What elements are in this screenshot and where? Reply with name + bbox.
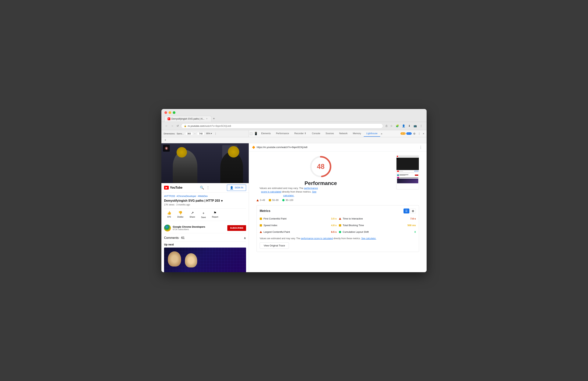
sign-in-button[interactable]: 👤 SIGN IN — [227, 185, 246, 191]
cast-button[interactable]: 📺 — [412, 124, 418, 128]
metrics-title: Metrics — [260, 209, 270, 213]
si-indicator — [260, 224, 262, 226]
close-window-button[interactable] — [165, 111, 167, 114]
tab-recorder[interactable]: Recorder 🎙 — [292, 131, 309, 137]
share-video-button[interactable]: ↗ Share — [186, 210, 198, 219]
device-more-button[interactable]: ⋮ — [213, 131, 218, 136]
tab-elements[interactable]: Elements — [259, 131, 273, 137]
tab-lighthouse[interactable]: Lighthouse — [364, 131, 380, 137]
tab-close-button[interactable]: × — [206, 117, 208, 120]
minimize-window-button[interactable] — [168, 111, 171, 114]
height-input[interactable] — [197, 132, 205, 135]
video-thumbnail: 🔇 — [161, 143, 249, 183]
tab-memory[interactable]: Memory — [350, 131, 364, 137]
score-legend: 0–49 50–89 90–100 — [256, 199, 385, 202]
devtools-icons: ⚠ 1 ☐ 1 ⚙ ⋮ × — [399, 130, 427, 137]
legend-average: 50–89 — [269, 199, 278, 202]
lighthouse-more-button[interactable]: ⋮ — [418, 145, 423, 150]
refresh-button[interactable]: ↺ — [176, 124, 180, 128]
browser-tab-active[interactable]: ▶ Demystifyingish SVG paths | H... × — [165, 116, 211, 122]
view-original-trace-button[interactable]: View Original Trace — [260, 243, 289, 249]
tab-console[interactable]: Console — [309, 131, 323, 137]
new-tab-row: + — [161, 137, 249, 143]
devtools-tabs: ⬚ 📱 Elements Performance Recorder 🎙 Cons… — [249, 130, 399, 137]
metrics-grid: First Contentful Paint 3.5 s Time to Int… — [260, 217, 416, 234]
metric-fcp: First Contentful Paint 3.5 s — [260, 217, 337, 221]
devtools-secondary-bar: + — [161, 137, 427, 143]
metric-lcp-left: Largest Contentful Paint — [260, 230, 290, 233]
list-view-button[interactable]: ☰ — [403, 208, 409, 213]
cls-name: Cumulative Layout Shift — [343, 230, 369, 233]
comments-row[interactable]: Comments · 61 ∧ — [164, 235, 246, 242]
footer-calculator-link[interactable]: See calculator. — [361, 237, 376, 240]
account-circle-icon: 👤 — [230, 186, 233, 190]
download-button[interactable]: ⬇ — [407, 124, 412, 128]
channel-name[interactable]: Google Chrome Developers — [173, 225, 225, 228]
mute-icon[interactable]: 🔇 — [163, 145, 170, 152]
subscribe-button[interactable]: SUBSCRIBE — [227, 225, 246, 231]
si-name: Speed Index — [264, 224, 277, 227]
devtools-device-toggle[interactable]: 📱 — [253, 131, 259, 136]
settings-button[interactable]: ⚙ — [412, 131, 416, 136]
screenshot-area — [396, 155, 419, 189]
metric-si-left: Speed Index — [260, 224, 277, 227]
add-to-playlist-icon: ＋ — [202, 211, 205, 215]
url-bar[interactable]: 🔒 m.youtube.com/watch?v=9qen5CKjUe8 — [181, 123, 383, 129]
save-label: Save — [201, 216, 206, 218]
tab-title: Demystifyingish SVG paths | H... — [171, 117, 204, 120]
address-bar: ← → ↺ 🔒 m.youtube.com/watch?v=9qen5CKjUe… — [161, 122, 427, 130]
youtube-panel: 🔇 ▶ YouTube 🔍 ⋮ 👤 SIGN IN — [161, 143, 249, 272]
tbt-value: 500 ms — [407, 224, 416, 227]
tag-http203[interactable]: #HTTP203 — [164, 195, 175, 198]
up-next-label: Up next — [164, 242, 246, 247]
video-container[interactable]: 🔇 — [161, 143, 249, 183]
channel-avatar[interactable] — [164, 225, 171, 231]
share-button[interactable]: ⎙ — [385, 124, 388, 128]
expand-title-icon[interactable]: ▾ — [221, 199, 223, 203]
tbt-name: Total Blocking Time — [343, 224, 364, 227]
video-actions: 👍 870 👎 Dislike ↗ Share ＋ Save — [164, 208, 246, 221]
bookmark-button[interactable]: ☆ — [389, 124, 394, 128]
url-domain: m.youtube.com — [188, 125, 205, 127]
maximize-window-button[interactable] — [173, 111, 175, 114]
channel-info: Google Chrome Developers 671K subscriber… — [173, 225, 225, 230]
toolbar-icons: ⎙ ☆ 🧩 👤 ⬇ 📺 ⋮ — [385, 124, 423, 128]
youtube-logo-bar: ▶ YouTube 🔍 ⋮ 👤 SIGN IN — [161, 183, 249, 193]
device-toolbar: Dimensions: Sams... × 95% ▾ ⋮ — [161, 130, 249, 137]
treemap-view-button[interactable]: ⊞ — [410, 208, 416, 213]
yt-search-icon[interactable]: 🔍 — [200, 186, 204, 190]
tab-sources[interactable]: Sources — [323, 131, 336, 137]
footer-score-link[interactable]: performance score is calculated — [301, 237, 333, 240]
tag-chromedeveloper[interactable]: #ChromeDeveloper — [177, 195, 196, 198]
score-container: 48 Performance — [256, 155, 385, 186]
like-count: 870 — [168, 216, 171, 218]
tab-performance[interactable]: Performance — [273, 131, 292, 137]
tag-webdev[interactable]: #WebDev — [198, 195, 208, 198]
forward-button[interactable]: → — [170, 124, 174, 128]
tab-network[interactable]: Network — [336, 131, 350, 137]
next-video-thumbnail[interactable]: The History Navigation API. HTTP 203 — [164, 247, 246, 272]
devtools-element-picker[interactable]: ⬚ — [249, 131, 253, 136]
comments-expand-icon[interactable]: ∧ — [244, 236, 246, 240]
add-tab-button[interactable]: + — [165, 138, 166, 142]
new-tab-button[interactable]: + — [211, 116, 216, 121]
tbt-indicator — [339, 224, 341, 226]
zoom-select[interactable]: 95% ▾ — [206, 132, 212, 135]
dislike-button[interactable]: 👎 Dislike — [174, 210, 186, 219]
extensions-button[interactable]: 🧩 — [395, 124, 400, 128]
profile-button[interactable]: 👤 — [401, 124, 406, 128]
yt-more-icon[interactable]: ⋮ — [206, 186, 210, 190]
like-button[interactable]: 👍 870 — [164, 210, 174, 219]
width-input[interactable] — [185, 132, 193, 135]
metric-tbt-left: Total Blocking Time — [339, 224, 364, 227]
back-button[interactable]: ← — [165, 124, 168, 128]
devtools-more-button[interactable]: ⋮ — [417, 131, 421, 136]
report-button[interactable]: ⚑ Report — [209, 210, 221, 219]
metric-lcp: Largest Contentful Paint 8.5 s — [260, 230, 337, 234]
devtools-close-button[interactable]: × — [422, 131, 425, 136]
save-video-button[interactable]: ＋ Save — [198, 210, 209, 219]
device-select[interactable]: Sams... — [177, 133, 184, 135]
lighthouse-url: https://m.youtube.com/watch?v=9qen5CKjUe… — [257, 146, 416, 149]
more-options-button[interactable]: ⋮ — [419, 124, 423, 128]
more-tabs-button[interactable]: » — [380, 131, 383, 136]
